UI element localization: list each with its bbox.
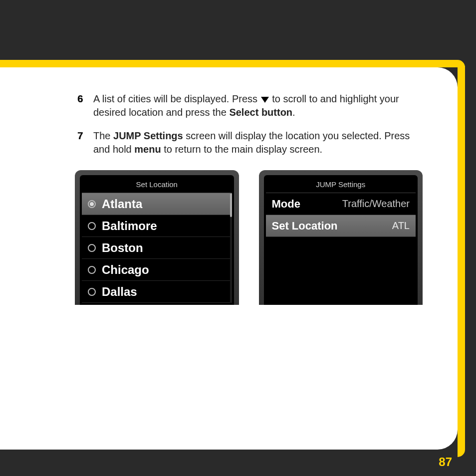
- down-arrow-icon: [261, 97, 269, 103]
- radio-unselected-icon: [88, 222, 96, 230]
- scrollbar-thumb[interactable]: [230, 193, 232, 217]
- settings-value: ATL: [392, 220, 410, 232]
- screen-title: Set Location: [82, 177, 232, 193]
- page-content: 6 A list of cities will be displayed. Pr…: [0, 67, 458, 450]
- city-label: Chicago: [102, 263, 149, 277]
- device-screen: Set Location Atlanta Baltimore: [80, 175, 234, 305]
- page-accent-side: [458, 66, 465, 457]
- settings-row-mode[interactable]: Mode Traffic/Weather: [266, 193, 416, 215]
- page-background: 6 A list of cities will be displayed. Pr…: [0, 0, 476, 476]
- radio-unselected-icon: [88, 266, 96, 274]
- city-label: Boston: [102, 241, 143, 255]
- device-jump-settings: JUMP Settings Mode Traffic/Weather Set L…: [259, 170, 423, 305]
- settings-row-set-location[interactable]: Set Location ATL: [266, 215, 416, 237]
- step-bold: Select button: [229, 107, 292, 118]
- device-screens-row: Set Location Atlanta Baltimore: [75, 170, 423, 305]
- instruction-step: 7 The JUMP Settings screen will display …: [77, 129, 423, 156]
- instruction-list: 6 A list of cities will be displayed. Pr…: [77, 92, 423, 156]
- page-number: 87: [439, 455, 452, 469]
- device-screen: JUMP Settings Mode Traffic/Weather Set L…: [264, 175, 418, 305]
- instruction-step: 6 A list of cities will be displayed. Pr…: [77, 92, 423, 119]
- city-label: Dallas: [102, 285, 137, 299]
- device-set-location: Set Location Atlanta Baltimore: [75, 170, 239, 305]
- radio-unselected-icon: [88, 288, 96, 296]
- step-number: 6: [77, 92, 93, 119]
- city-list-item[interactable]: Boston: [82, 237, 230, 259]
- city-list-item[interactable]: Chicago: [82, 259, 230, 281]
- step-text-pre: The: [93, 130, 113, 141]
- settings-value: Traffic/Weather: [342, 198, 410, 210]
- step-text-tail: .: [292, 107, 295, 118]
- step-number: 7: [77, 129, 93, 156]
- screen-title: JUMP Settings: [266, 177, 416, 193]
- city-label: Atlanta: [102, 197, 142, 211]
- city-label: Baltimore: [102, 219, 157, 233]
- step-text: The JUMP Settings screen will display th…: [93, 129, 423, 156]
- city-list-item[interactable]: Dallas: [82, 281, 230, 303]
- city-list-item[interactable]: Atlanta: [82, 193, 230, 215]
- city-list: Atlanta Baltimore Boston Chicago: [82, 193, 232, 303]
- settings-label: Set Location: [272, 220, 338, 233]
- radio-unselected-icon: [88, 244, 96, 252]
- settings-list: Mode Traffic/Weather Set Location ATL: [266, 193, 416, 237]
- step-bold: JUMP Settings: [113, 130, 183, 141]
- settings-label: Mode: [272, 198, 300, 211]
- city-list-item[interactable]: Baltimore: [82, 215, 230, 237]
- page-accent-top: [0, 60, 465, 67]
- step-text: A list of cities will be displayed. Pres…: [93, 92, 423, 119]
- step-bold: menu: [134, 144, 161, 155]
- radio-selected-icon: [88, 200, 96, 208]
- step-text-pre: A list of cities will be displayed. Pres…: [93, 93, 260, 104]
- step-text-tail: to return to the main display screen.: [161, 144, 323, 155]
